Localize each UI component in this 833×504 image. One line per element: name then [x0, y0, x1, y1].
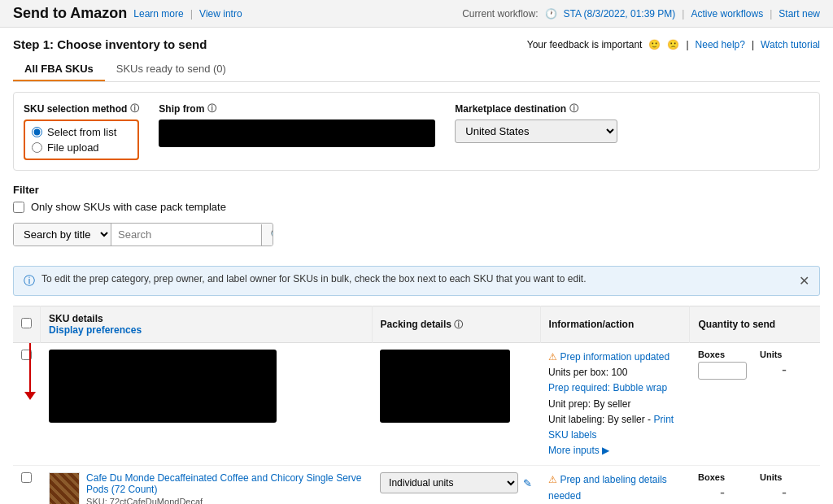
info-banner: ⓘ To edit the prep category, prep owner,…: [13, 266, 820, 296]
ship-from-value-redacted[interactable]: [159, 119, 435, 147]
info-banner-icon: ⓘ: [24, 274, 35, 289]
table-row: Cafe Du Monde Decaffeinated Coffee and C…: [13, 466, 820, 504]
search-bar: Search by title 🔍: [13, 223, 273, 246]
th-sku-details: SKU details Display preferences: [41, 306, 373, 343]
product-image: [49, 472, 81, 504]
search-input[interactable]: [111, 224, 261, 245]
row1-units-col: Units -: [760, 350, 809, 380]
tabs: All FBA SKUs SKUs ready to send (0): [13, 58, 820, 82]
row1-packing-details: [372, 343, 540, 466]
row2-checkbox-cell: [13, 466, 41, 504]
sku-selection-method: SKU selection method ⓘ Select from list …: [24, 102, 139, 160]
row1-sku-details: [41, 343, 373, 466]
watch-tutorial-link[interactable]: Watch tutorial: [761, 39, 820, 50]
ship-from-field: Ship from ⓘ: [159, 102, 435, 147]
row2-sku-details: Cafe Du Monde Decaffeinated Coffee and C…: [41, 466, 373, 504]
marketplace-info-icon: ⓘ: [569, 102, 578, 115]
current-workflow-label: Current workflow:: [462, 8, 538, 20]
marketplace-destination: Marketplace destination ⓘ United States: [455, 102, 617, 143]
row1-unit-prep: Unit prep: By seller: [548, 397, 682, 412]
th-quantity: Quantity to send: [690, 306, 820, 343]
th-packing-details: Packing details ⓘ: [372, 306, 540, 343]
sku-selection-label: SKU selection method ⓘ: [24, 102, 139, 115]
product-name-link[interactable]: Cafe Du Monde Decaffeinated Coffee and C…: [86, 472, 364, 495]
separator: |: [686, 39, 688, 50]
select-all-checkbox[interactable]: [21, 318, 32, 328]
step-header-right: Your feedback is important 🙂 🙁 | Need he…: [527, 39, 820, 50]
step-header: Step 1: Choose inventory to send Your fe…: [13, 37, 820, 51]
row1-packing-redacted: [380, 350, 510, 423]
row1-boxes-input[interactable]: [698, 362, 747, 380]
info-banner-text: To edit the prep category, prep owner, a…: [41, 273, 587, 285]
active-workflows-link[interactable]: Active workflows: [691, 8, 763, 20]
case-pack-checkbox[interactable]: [13, 202, 24, 213]
row1-sku-image-redacted: [49, 350, 277, 423]
packing-info-icon: ⓘ: [454, 319, 463, 329]
row2-warning-icon: ⚠: [548, 474, 557, 485]
th-info-action: Information/action: [540, 306, 690, 343]
separator2: |: [752, 39, 754, 50]
display-preferences-link[interactable]: Display preferences: [49, 324, 142, 336]
row2-prep-label: ⚠ Prep and labeling details needed: [548, 472, 682, 503]
view-intro-link[interactable]: View intro: [199, 8, 242, 20]
row1-more-inputs[interactable]: More inputs ▶: [548, 443, 682, 458]
top-bar-left: Send to Amazon Learn more | View intro: [13, 5, 242, 22]
need-help-link[interactable]: Need help?: [696, 39, 745, 50]
radio-select-from-list[interactable]: Select from list: [32, 126, 131, 138]
row2-boxes-dash: -: [698, 484, 747, 502]
row2-units-dash: -: [760, 484, 809, 502]
row2-boxes-col: Boxes -: [698, 472, 747, 502]
sku-radio-group: Select from list File upload: [24, 119, 139, 160]
info-banner-close[interactable]: ✕: [799, 273, 809, 289]
filter-section: Filter Only show SKUs with case pack tem…: [13, 184, 820, 213]
start-new-link[interactable]: Start new: [778, 8, 820, 20]
case-pack-label: Only show SKUs with case pack template: [31, 201, 226, 213]
row1-unit-labeling: Unit labeling: By seller - Print SKU lab…: [548, 412, 682, 443]
page-title: Send to Amazon: [13, 5, 127, 22]
row1-boxes-col: Boxes: [698, 350, 747, 380]
top-bar: Send to Amazon Learn more | View intro C…: [0, 0, 833, 28]
main-content: Step 1: Choose inventory to send Your fe…: [0, 28, 833, 504]
packing-edit-icon[interactable]: ✎: [523, 477, 532, 489]
th-checkbox: [13, 306, 41, 343]
product-info: Cafe Du Monde Decaffeinated Coffee and C…: [86, 472, 364, 504]
product-sku: SKU: 72ctCafeDuMondDecaf: [86, 497, 364, 504]
marketplace-label: Marketplace destination ⓘ: [455, 102, 617, 115]
row1-checkbox-cell: [13, 343, 41, 466]
frown-icon: 🙁: [667, 39, 679, 50]
row2-packing-details: Individual units ✎: [372, 466, 540, 504]
search-container: Search by title 🔍: [13, 223, 820, 256]
tab-all-fba-skus[interactable]: All FBA SKUs: [13, 58, 105, 81]
packing-type-select[interactable]: Individual units: [380, 472, 518, 493]
row2-units-col: Units -: [760, 472, 809, 502]
radio-file-upload[interactable]: File upload: [32, 141, 131, 154]
row1-units-dash: -: [760, 362, 809, 379]
row1-quantity: Boxes Units -: [690, 343, 820, 466]
ship-from-label: Ship from ⓘ: [159, 102, 435, 115]
form-row: SKU selection method ⓘ Select from list …: [13, 92, 820, 171]
row2-info-action: ⚠ Prep and labeling details needed More …: [540, 466, 690, 504]
row1-units-per-box: Units per box: 100: [548, 365, 682, 380]
row1-warning-icon: ⚠: [548, 351, 557, 363]
table-row: ⚠ Prep information updated Units per box…: [13, 343, 820, 466]
feedback-text: Your feedback is important: [527, 39, 643, 50]
filter-title: Filter: [13, 184, 820, 196]
workflow-detail-link[interactable]: STA (8/3/2022, 01:39 PM): [564, 8, 676, 20]
smile-icon: 🙂: [648, 39, 661, 50]
sku-table: SKU details Display preferences Packing …: [13, 306, 820, 504]
search-button[interactable]: 🔍: [261, 224, 273, 245]
sku-selection-info-icon: ⓘ: [130, 102, 139, 115]
filter-row: Only show SKUs with case pack template: [13, 201, 820, 213]
row1-prep-required: Prep required: Bubble wrap: [548, 380, 682, 396]
top-bar-right: Current workflow: 🕐 STA (8/3/2022, 01:39…: [462, 8, 820, 20]
search-type-select[interactable]: Search by title: [14, 224, 111, 245]
ship-from-info-icon: ⓘ: [207, 102, 216, 115]
info-banner-content: ⓘ To edit the prep category, prep owner,…: [24, 273, 587, 289]
step-title: Step 1: Choose inventory to send: [13, 37, 207, 51]
tab-skus-ready[interactable]: SKUs ready to send (0): [105, 58, 238, 81]
row2-checkbox[interactable]: [21, 472, 32, 483]
learn-more-link[interactable]: Learn more: [133, 8, 183, 20]
row2-quantity: Boxes - Units - Expiration 📅: [690, 466, 820, 504]
row1-prep-updated: ⚠ Prep information updated: [548, 350, 682, 365]
marketplace-select[interactable]: United States: [455, 119, 617, 143]
